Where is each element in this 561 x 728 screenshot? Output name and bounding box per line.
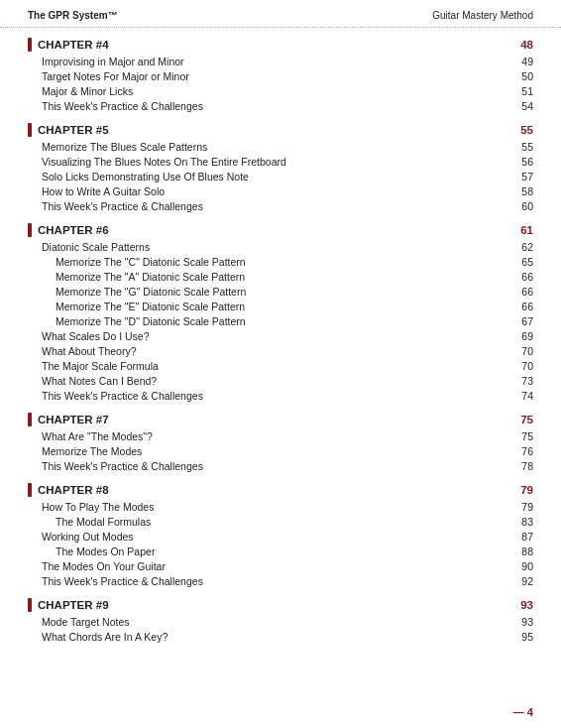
toc-item-page: 49 (509, 56, 533, 67)
toc-item-page: 92 (509, 575, 533, 587)
chapter-bar-icon (28, 413, 32, 426)
chapter-title-label: CHAPTER #7 (28, 413, 109, 426)
toc-item-label: How To Play The Modes (42, 501, 509, 513)
toc-item-label: What About Theory? (42, 345, 509, 357)
chapter-page-number: 93 (520, 599, 533, 611)
chapter-title-row: CHAPTER #775 (28, 413, 533, 426)
toc-item: Memorize The Blues Scale Patterns55 (28, 139, 533, 154)
chapter-bar-icon (28, 598, 32, 612)
toc-item-label: This Week's Practice & Challenges (42, 100, 509, 112)
toc-item: What Scales Do I Use?69 (28, 328, 533, 343)
chapter-title-text: CHAPTER #8 (38, 484, 109, 496)
toc-item-label: This Week's Practice & Challenges (42, 390, 509, 402)
toc-item-label: Major & Minor Licks (42, 85, 509, 97)
toc-item-page: 75 (509, 430, 533, 442)
toc-item-page: 87 (509, 531, 533, 543)
toc-item: How To Play The Modes79 (28, 499, 533, 514)
toc-item-page: 58 (509, 185, 533, 197)
toc-item-page: 54 (509, 100, 533, 112)
toc-item-label: Memorize The "A" Diatonic Scale Pattern (56, 271, 509, 283)
toc-item-page: 83 (509, 516, 533, 528)
toc-item-label: What Chords Are In A Key? (42, 631, 509, 643)
toc-item-page: 88 (509, 546, 533, 557)
chapter-block-ch9: CHAPTER #993Mode Target Notes93What Chor… (28, 598, 533, 644)
toc-item: Major & Minor Licks51 (28, 83, 533, 98)
toc-item: Memorize The "D" Diatonic Scale Pattern6… (28, 313, 533, 328)
chapter-title-text: CHAPTER #9 (38, 599, 109, 611)
toc-item-page: 55 (509, 141, 533, 153)
header-left-title: The GPR System™ (28, 10, 118, 21)
toc-item: Visualizing The Blues Notes On The Entir… (28, 154, 533, 169)
chapter-title-row: CHAPTER #993 (28, 598, 533, 612)
toc-item-page: 62 (509, 241, 533, 253)
toc-item-page: 65 (509, 256, 533, 268)
toc-item: What Notes Can I Bend?73 (28, 373, 533, 388)
toc-item: Target Notes For Major or Minor50 (28, 68, 533, 83)
toc-item: Mode Target Notes93 (28, 614, 533, 629)
toc-item: This Week's Practice & Challenges92 (28, 573, 533, 588)
toc-item: What Are "The Modes"?75 (28, 428, 533, 443)
page-footer: — 4 (513, 706, 533, 718)
toc-item-page: 93 (509, 616, 533, 628)
toc-item-label: Improvising in Major and Minor (42, 56, 509, 67)
chapter-page-number: 48 (520, 39, 533, 51)
toc-item-label: Mode Target Notes (42, 616, 509, 628)
chapter-title-text: CHAPTER #5 (38, 124, 109, 136)
toc-item: This Week's Practice & Challenges54 (28, 98, 533, 113)
toc-item: Solo Licks Demonstrating Use Of Blues No… (28, 169, 533, 183)
toc-item-label: What Scales Do I Use? (42, 330, 509, 342)
toc-item-page: 78 (509, 460, 533, 472)
toc-item: What Chords Are In A Key?95 (28, 629, 533, 644)
chapter-page-number: 75 (520, 414, 533, 425)
toc-item-page: 70 (509, 360, 533, 372)
chapter-page-number: 55 (520, 124, 533, 136)
chapter-bar-icon (28, 223, 32, 237)
chapter-block-ch7: CHAPTER #775What Are "The Modes"?75Memor… (28, 413, 533, 473)
toc-item: Memorize The "E" Diatonic Scale Pattern6… (28, 299, 533, 313)
toc-item: This Week's Practice & Challenges74 (28, 388, 533, 403)
toc-item: How to Write A Guitar Solo58 (28, 183, 533, 198)
page-header: The GPR System™ Guitar Mastery Method (0, 0, 561, 28)
toc-item-page: 76 (509, 445, 533, 457)
toc-item-label: What Notes Can I Bend? (42, 375, 509, 387)
toc-item: This Week's Practice & Challenges78 (28, 458, 533, 473)
toc-item: Memorize The "G" Diatonic Scale Pattern6… (28, 284, 533, 299)
toc-item-page: 73 (509, 375, 533, 387)
chapter-title-row: CHAPTER #448 (28, 38, 533, 52)
toc-item-label: Memorize The "D" Diatonic Scale Pattern (56, 315, 509, 327)
toc-item-label: Working Out Modes (42, 531, 509, 543)
chapter-title-text: CHAPTER #4 (38, 39, 109, 51)
toc-item-label: This Week's Practice & Challenges (42, 575, 509, 587)
toc-item: The Modes On Your Guitar90 (28, 558, 533, 573)
toc-item-page: 56 (509, 156, 533, 168)
toc-item: The Major Scale Formula70 (28, 358, 533, 373)
toc-item-label: The Major Scale Formula (42, 360, 509, 372)
toc-item-label: How to Write A Guitar Solo (42, 185, 509, 197)
toc-item-label: What Are "The Modes"? (42, 430, 509, 442)
toc-item-label: Visualizing The Blues Notes On The Entir… (42, 156, 509, 168)
toc-item-page: 74 (509, 390, 533, 402)
toc-item-label: This Week's Practice & Challenges (42, 460, 509, 472)
toc-item-label: Diatonic Scale Patterns (42, 241, 509, 253)
toc-item: The Modal Formulas83 (28, 514, 533, 529)
chapter-bar-icon (28, 483, 32, 497)
chapter-block-ch5: CHAPTER #555Memorize The Blues Scale Pat… (28, 123, 533, 213)
toc-item-page: 66 (509, 301, 533, 312)
toc-item-page: 57 (509, 171, 533, 182)
chapter-page-number: 61 (520, 224, 533, 236)
toc-item-page: 79 (509, 501, 533, 513)
toc-content: CHAPTER #448Improvising in Major and Min… (0, 28, 561, 664)
chapter-title-row: CHAPTER #661 (28, 223, 533, 237)
toc-item: What About Theory?70 (28, 343, 533, 358)
toc-item: Memorize The "A" Diatonic Scale Pattern6… (28, 269, 533, 284)
chapter-title-label: CHAPTER #4 (28, 38, 109, 52)
toc-item-page: 60 (509, 200, 533, 212)
toc-item-page: 51 (509, 85, 533, 97)
toc-item-page: 67 (509, 315, 533, 327)
toc-item-label: Memorize The "C" Diatonic Scale Pattern (56, 256, 509, 268)
toc-item: Memorize The "C" Diatonic Scale Pattern6… (28, 254, 533, 269)
chapter-block-ch4: CHAPTER #448Improvising in Major and Min… (28, 38, 533, 113)
toc-item-label: The Modal Formulas (56, 516, 509, 528)
page-number: — 4 (513, 706, 533, 718)
chapter-title-row: CHAPTER #555 (28, 123, 533, 137)
